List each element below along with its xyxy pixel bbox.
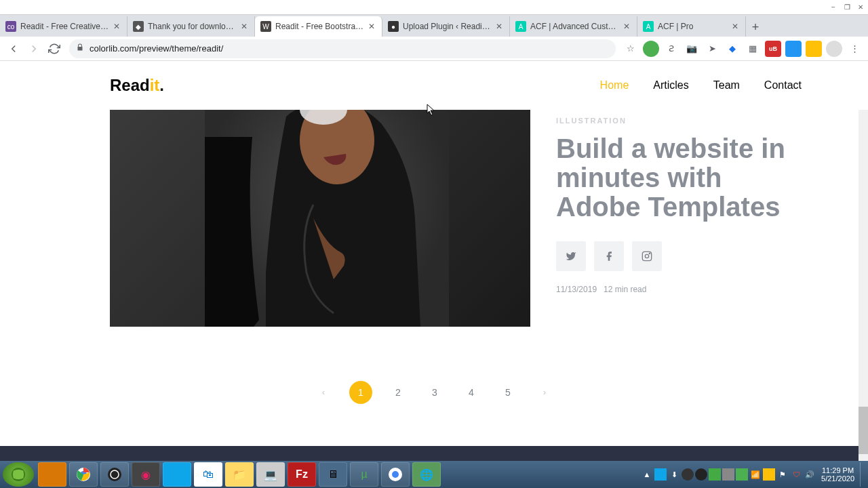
pagination-prev[interactable]: ‹ [313, 382, 334, 403]
pagination: ‹ 1 2 3 4 5 › [0, 381, 868, 404]
tab-close-icon[interactable]: ✕ [112, 22, 121, 31]
window-minimize-button[interactable]: − [827, 3, 840, 12]
nav-articles[interactable]: Articles [653, 79, 688, 92]
pagination-page-5[interactable]: 5 [497, 382, 519, 403]
tray-volume-icon[interactable]: 🔊 [804, 468, 816, 481]
twitter-button[interactable] [556, 241, 586, 271]
new-tab-button[interactable]: + [746, 18, 765, 37]
extension-icon[interactable]: ➤ [704, 41, 720, 57]
tray-icon[interactable] [763, 468, 775, 481]
person-photo [205, 110, 449, 327]
svg-point-9 [108, 468, 121, 481]
page-viewport: Readit. Home Articles Team Contact [0, 61, 868, 461]
favicon: W [260, 21, 271, 32]
browser-tab[interactable]: ◆ Thank you for downloading! - ✕ [127, 16, 255, 37]
profile-avatar[interactable] [826, 41, 842, 57]
taskbar-app[interactable]: 🖥 [319, 462, 347, 487]
tray-icon[interactable] [654, 468, 667, 481]
taskbar-app-obs[interactable] [100, 462, 129, 487]
extension-icon[interactable]: Ƨ [663, 41, 679, 57]
taskbar-app[interactable]: 🛍 [194, 462, 222, 487]
tray-icon[interactable]: 📶 [749, 468, 762, 481]
article-title[interactable]: Build a website in minutes with Adobe Te… [556, 134, 800, 222]
scrollbar-track[interactable]: ▲ [859, 61, 868, 461]
taskbar-app[interactable]: 🌐 [412, 462, 441, 487]
extension-icon[interactable] [785, 41, 802, 57]
article-meta: 11/13/2019 12 min read [556, 285, 800, 294]
tray-icon[interactable]: ⚑ [776, 468, 789, 481]
tray-icon[interactable]: ⬇ [668, 468, 680, 481]
extension-icon[interactable]: uB [765, 41, 781, 57]
browser-tab[interactable]: A ACF | Advanced Custom Fields ✕ [510, 16, 637, 37]
taskbar-app-explorer[interactable]: 📁 [225, 462, 254, 487]
window-close-button[interactable]: ✕ [854, 3, 867, 12]
nav-team[interactable]: Team [713, 79, 740, 92]
pagination-page-3[interactable]: 3 [424, 382, 446, 403]
browser-tab-active[interactable]: W Readit - Free Bootstrap 4 Temp ✕ [255, 16, 382, 37]
nav-forward-button[interactable] [24, 39, 43, 58]
taskbar-app[interactable] [163, 462, 191, 487]
tray-icon[interactable] [722, 468, 734, 481]
browser-tab[interactable]: co Readit - Free Creative Blog We ✕ [0, 16, 127, 37]
tray-show-hidden[interactable]: ▲ [641, 468, 653, 481]
facebook-button[interactable] [594, 241, 624, 271]
tab-close-icon[interactable]: ✕ [494, 22, 504, 31]
extension-icon[interactable] [643, 41, 659, 57]
tray-icon[interactable] [695, 468, 707, 481]
favicon: co [5, 21, 16, 32]
tab-label: ACF | Pro [658, 22, 728, 31]
taskbar-app-chrome[interactable] [69, 462, 98, 487]
site-footer [0, 446, 859, 461]
extension-icon[interactable]: 📷 [684, 41, 700, 57]
tab-label: Upload Plugin ‹ Readit — Word [403, 22, 492, 31]
site-logo[interactable]: Readit. [110, 76, 164, 95]
article-image[interactable] [110, 110, 530, 327]
windows-taskbar: ◉ 🛍 📁 💻 Fz 🖥 µ 🌐 ▲ ⬇ 📶 ⚑ 🛡 🔊 11:29 PM 5/… [0, 461, 868, 488]
article-read-time: 12 min read [604, 285, 646, 294]
tab-close-icon[interactable]: ✕ [730, 22, 740, 31]
browser-tab[interactable]: A ACF | Pro ✕ [637, 16, 746, 37]
taskbar-clock[interactable]: 11:29 PM 5/21/2020 [817, 466, 859, 483]
bookmark-star-icon[interactable]: ☆ [623, 41, 639, 57]
logo-text: Read [110, 76, 150, 94]
show-desktop-button[interactable] [860, 462, 865, 487]
tab-close-icon[interactable]: ✕ [367, 22, 376, 31]
url-text: colorlib.com/preview/theme/readit/ [90, 43, 223, 54]
start-button[interactable] [3, 462, 34, 487]
logo-accent: it [150, 76, 160, 94]
tab-close-icon[interactable]: ✕ [622, 22, 631, 31]
taskbar-app-chrome[interactable] [381, 462, 410, 487]
clock-time: 11:29 PM [821, 466, 854, 474]
instagram-button[interactable] [632, 241, 662, 271]
tray-icon[interactable]: 🛡 [790, 468, 802, 481]
pagination-page-4[interactable]: 4 [460, 382, 482, 403]
browser-tab[interactable]: ● Upload Plugin ‹ Readit — Word ✕ [382, 16, 510, 37]
instagram-icon [642, 251, 652, 262]
tray-icon[interactable] [709, 468, 721, 481]
nav-back-button[interactable] [4, 39, 23, 58]
extension-icon[interactable]: ▦ [745, 41, 761, 57]
extension-icon[interactable]: ◆ [724, 41, 741, 57]
nav-reload-button[interactable] [45, 39, 64, 58]
extension-icon[interactable] [806, 41, 822, 57]
taskbar-app[interactable]: 💻 [256, 462, 285, 487]
pagination-page-2[interactable]: 2 [387, 382, 409, 403]
nav-contact[interactable]: Contact [764, 79, 802, 92]
taskbar-app[interactable] [38, 462, 66, 487]
scrollbar-thumb[interactable] [859, 407, 868, 454]
address-bar[interactable]: colorlib.com/preview/theme/readit/ [69, 39, 616, 58]
window-maximize-button[interactable]: ❐ [841, 3, 853, 12]
taskbar-app-filezilla[interactable]: Fz [288, 462, 316, 487]
favicon: ◆ [133, 21, 144, 32]
tab-close-icon[interactable]: ✕ [239, 22, 249, 31]
taskbar-app-utorrent[interactable]: µ [350, 462, 378, 487]
browser-menu-button[interactable]: ⋮ [846, 41, 863, 57]
pagination-next[interactable]: › [534, 382, 555, 403]
taskbar-app[interactable]: ◉ [132, 462, 160, 487]
browser-tabstrip: co Readit - Free Creative Blog We ✕ ◆ Th… [0, 15, 868, 37]
pagination-page-1[interactable]: 1 [349, 381, 372, 404]
nav-home[interactable]: Home [600, 79, 629, 92]
tray-icon[interactable] [682, 468, 694, 481]
tray-icon[interactable] [736, 468, 748, 481]
article-card: ILLUSTRATION Build a website in minutes … [0, 110, 868, 327]
